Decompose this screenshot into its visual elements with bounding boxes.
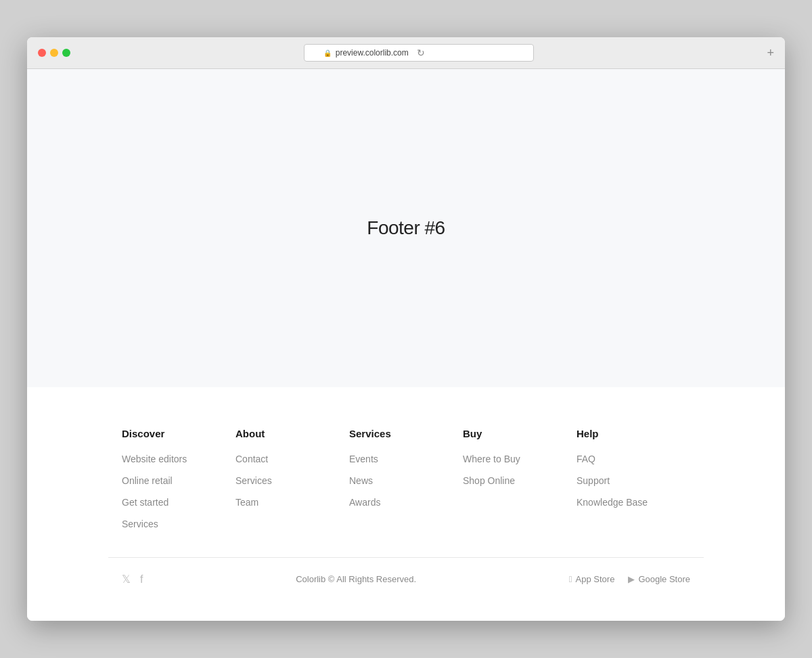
services-news-link[interactable]: News bbox=[349, 475, 373, 486]
list-item: Contact bbox=[235, 453, 349, 465]
footer-col-buy: Buy Where to Buy Shop Online bbox=[463, 428, 577, 530]
refresh-button[interactable]: ↻ bbox=[417, 47, 425, 58]
app-store-link[interactable]:  App Store bbox=[569, 574, 615, 584]
google-store-label: Google Store bbox=[638, 574, 690, 584]
minimize-button[interactable] bbox=[50, 49, 58, 57]
about-services-link[interactable]: Services bbox=[235, 475, 272, 486]
list-item: Knowledge Base bbox=[577, 496, 690, 508]
url-text: preview.colorlib.com bbox=[336, 48, 409, 58]
traffic-lights bbox=[38, 49, 70, 57]
facebook-icon[interactable]: f bbox=[140, 573, 143, 586]
help-faq-link[interactable]: FAQ bbox=[577, 454, 595, 464]
address-bar[interactable]: 🔒 preview.colorlib.com ↻ bbox=[304, 44, 534, 62]
lock-icon: 🔒 bbox=[323, 49, 332, 57]
services-events-link[interactable]: Events bbox=[349, 454, 378, 464]
footer-col-title-buy: Buy bbox=[463, 428, 577, 439]
list-item: Where to Buy bbox=[463, 453, 577, 465]
list-item: Team bbox=[235, 496, 349, 508]
list-item: Services bbox=[122, 518, 235, 530]
footer-col-services: Services Events News Awards bbox=[349, 428, 463, 530]
list-item: Support bbox=[577, 475, 690, 487]
twitter-icon[interactable]: 𝕏 bbox=[122, 573, 131, 586]
help-support-link[interactable]: Support bbox=[577, 475, 610, 486]
footer-bottom-wrapper: 𝕏 f Colorlib © All Rights Reserved.  Ap… bbox=[27, 558, 785, 621]
about-team-link[interactable]: Team bbox=[235, 497, 258, 508]
discover-services-link[interactable]: Services bbox=[122, 519, 158, 529]
browser-window: 🔒 preview.colorlib.com ↻ + Footer #6 Dis… bbox=[27, 37, 785, 621]
footer-col-title-help: Help bbox=[577, 428, 690, 439]
address-bar-container: 🔒 preview.colorlib.com ↻ bbox=[78, 44, 759, 62]
browser-chrome: 🔒 preview.colorlib.com ↻ + bbox=[27, 37, 785, 69]
footer-col-title-about: About bbox=[235, 428, 349, 439]
discover-website-editors-link[interactable]: Website editors bbox=[122, 454, 187, 464]
footer-col-links-buy: Where to Buy Shop Online bbox=[463, 453, 577, 487]
footer-nav: Discover Website editors Online retail G… bbox=[108, 428, 704, 530]
list-item: News bbox=[349, 475, 463, 487]
help-knowledge-base-link[interactable]: Knowledge Base bbox=[577, 497, 648, 508]
list-item: Online retail bbox=[122, 475, 235, 487]
footer-col-about: About Contact Services Team bbox=[235, 428, 349, 530]
list-item: FAQ bbox=[577, 453, 690, 465]
app-store-label: App Store bbox=[576, 574, 615, 584]
footer-col-title-services: Services bbox=[349, 428, 463, 439]
page-main-area: Footer #6 bbox=[27, 69, 785, 387]
list-item: Events bbox=[349, 453, 463, 465]
buy-where-to-buy-link[interactable]: Where to Buy bbox=[463, 454, 520, 464]
fullscreen-button[interactable] bbox=[62, 49, 70, 57]
discover-online-retail-link[interactable]: Online retail bbox=[122, 475, 173, 486]
footer-col-help: Help FAQ Support Knowledge Base bbox=[577, 428, 690, 530]
page-title: Footer #6 bbox=[367, 217, 445, 239]
footer-bottom: 𝕏 f Colorlib © All Rights Reserved.  Ap… bbox=[108, 558, 704, 600]
buy-shop-online-link[interactable]: Shop Online bbox=[463, 475, 515, 486]
about-contact-link[interactable]: Contact bbox=[235, 454, 268, 464]
apple-icon:  bbox=[569, 574, 572, 584]
list-item: Awards bbox=[349, 496, 463, 508]
services-awards-link[interactable]: Awards bbox=[349, 497, 380, 508]
footer-social: 𝕏 f bbox=[122, 573, 143, 586]
list-item: Website editors bbox=[122, 453, 235, 465]
list-item: Get started bbox=[122, 496, 235, 508]
footer-col-title-discover: Discover bbox=[122, 428, 235, 439]
footer-col-links-about: Contact Services Team bbox=[235, 453, 349, 508]
footer-col-links-discover: Website editors Online retail Get starte… bbox=[122, 453, 235, 530]
footer-stores:  App Store ▶ Google Store bbox=[569, 574, 690, 584]
footer: Discover Website editors Online retail G… bbox=[27, 387, 785, 621]
footer-col-discover: Discover Website editors Online retail G… bbox=[122, 428, 235, 530]
play-icon: ▶ bbox=[628, 574, 635, 584]
discover-get-started-link[interactable]: Get started bbox=[122, 497, 168, 508]
footer-col-links-services: Events News Awards bbox=[349, 453, 463, 508]
close-button[interactable] bbox=[38, 49, 46, 57]
list-item: Shop Online bbox=[463, 475, 577, 487]
footer-copyright: Colorlib © All Rights Reserved. bbox=[296, 574, 416, 584]
new-tab-button[interactable]: + bbox=[767, 46, 774, 60]
list-item: Services bbox=[235, 475, 349, 487]
footer-col-links-help: FAQ Support Knowledge Base bbox=[577, 453, 690, 508]
google-store-link[interactable]: ▶ Google Store bbox=[628, 574, 690, 584]
